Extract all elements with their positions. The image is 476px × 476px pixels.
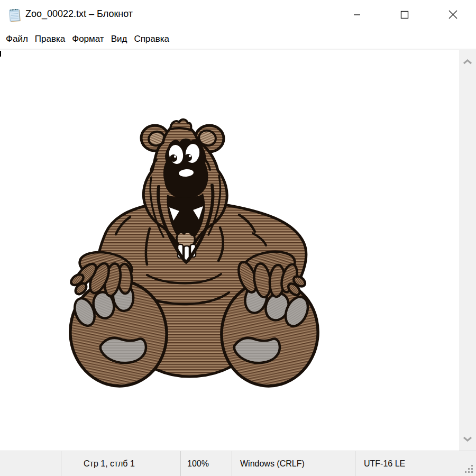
scroll-up-button[interactable] [459,51,476,72]
menu-bar: Файл Правка Формат Вид Справка [0,29,476,50]
resize-grip-icon[interactable] [463,463,474,474]
text-caret [0,51,1,57]
vertical-scrollbar[interactable] [459,50,476,451]
bear-face-mask [163,139,208,199]
close-icon [448,10,457,19]
status-zoom-level: 100% [180,451,232,476]
status-encoding: UTF-16 LE [355,451,476,476]
menu-view[interactable]: Вид [108,34,131,44]
window-title: Zoo_00022.txt – Блокнот [25,8,133,20]
maximize-button[interactable] [389,0,420,29]
bear-artwork [53,111,328,397]
bear-tuft [170,120,191,130]
minimize-button[interactable] [341,0,373,29]
maximize-icon [400,11,409,19]
chevron-down-icon [463,436,472,442]
notepad-app-icon [6,7,22,23]
status-cursor-position: Стр 1, стлб 1 [61,451,180,476]
status-spacer [0,451,61,476]
title-bar: Zoo_00022.txt – Блокнот [0,0,476,29]
menu-file[interactable]: Файл [3,34,31,44]
status-bar: Стр 1, стлб 1 100% Windows (CRLF) UTF-16… [0,451,476,476]
editor-area[interactable] [0,50,459,451]
close-button[interactable] [437,0,469,29]
chevron-up-icon [463,59,472,65]
menu-edit[interactable]: Правка [32,34,68,44]
scroll-down-button[interactable] [459,428,476,450]
notepad-window: Zoo_00022.txt – Блокнот Файл Правка Форм… [0,0,476,476]
minimize-icon [353,11,361,19]
menu-format[interactable]: Формат [69,34,107,44]
status-line-ending: Windows (CRLF) [232,451,355,476]
menu-help[interactable]: Справка [131,34,172,44]
